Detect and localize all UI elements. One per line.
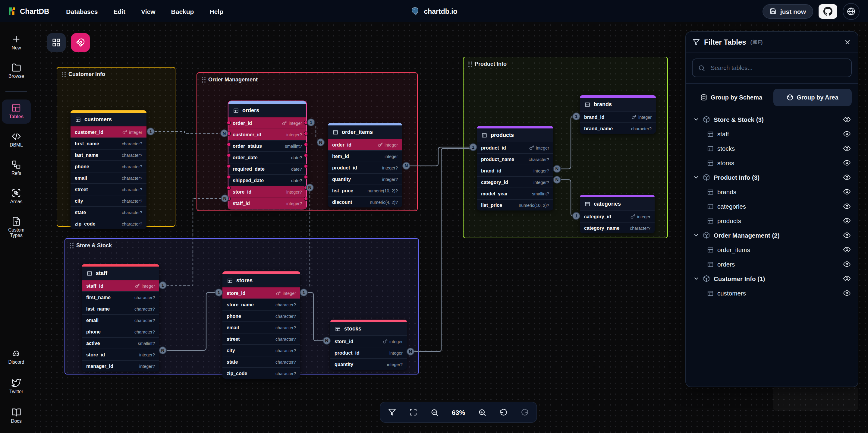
connector-dot[interactable] <box>304 164 308 168</box>
connector-dot[interactable] <box>304 131 308 135</box>
table-node-order_items[interactable]: order_items order_id integer item_id int… <box>328 123 402 207</box>
tree-table-customers[interactable]: customers <box>686 286 858 300</box>
field-row-orders-order_status[interactable]: order_status smallint? <box>228 140 306 151</box>
field-row-products-product_name[interactable]: product_name character? <box>477 153 553 165</box>
connector-dot[interactable] <box>227 185 231 190</box>
field-row-stores-email[interactable]: email character? <box>222 321 300 333</box>
sidebar-item-tables[interactable]: Tables <box>2 99 31 124</box>
connector-dot[interactable] <box>227 175 231 179</box>
field-row-staff-email[interactable]: email character? <box>82 314 159 326</box>
tree-table-products[interactable]: products <box>686 213 858 228</box>
table-node-orders[interactable]: orders order_id integer customer_id inte… <box>228 101 306 209</box>
field-row-staff-store_id[interactable]: store_id integer? <box>82 349 159 360</box>
tree-table-order_items[interactable]: order_items <box>686 242 858 257</box>
close-panel-button[interactable] <box>844 38 851 46</box>
eye-icon[interactable] <box>843 217 850 224</box>
chevron-down-icon[interactable] <box>693 116 699 122</box>
undo-button[interactable] <box>500 408 507 416</box>
table-header[interactable]: order_items <box>328 125 402 139</box>
field-row-orders-customer_id[interactable]: customer_id integer? <box>228 128 306 140</box>
eye-icon[interactable] <box>843 232 850 239</box>
menu-edit[interactable]: Edit <box>113 7 125 15</box>
connector-dot[interactable] <box>304 196 308 201</box>
field-row-customers-last_name[interactable]: last_name character? <box>70 149 147 161</box>
tree-table-staff[interactable]: staff <box>686 127 858 141</box>
connector-dot[interactable] <box>227 142 231 146</box>
zoom-out-button[interactable] <box>430 408 438 416</box>
field-row-stores-store_name[interactable]: store_name character? <box>222 298 300 310</box>
sidebar-item-browse[interactable]: Browse <box>2 59 31 83</box>
eye-icon[interactable] <box>843 159 850 167</box>
eye-icon[interactable] <box>843 130 850 138</box>
redo-button[interactable] <box>521 408 529 416</box>
group-by-area-button[interactable]: Group by Area <box>773 89 852 106</box>
eye-icon[interactable] <box>843 145 850 152</box>
area-label[interactable]: Store & Stock <box>70 242 112 249</box>
table-header[interactable]: products <box>477 128 553 142</box>
field-row-stocks-quantity[interactable]: quantity integer? <box>330 358 407 370</box>
chevron-down-icon[interactable] <box>693 174 699 180</box>
field-row-stores-zip_code[interactable]: zip_code character? <box>222 367 300 379</box>
last-saved-button[interactable]: just now <box>763 4 813 19</box>
field-row-brands-brand_name[interactable]: brand_name character? <box>580 122 656 134</box>
sidebar-item-refs[interactable]: Refs <box>2 156 31 180</box>
github-button[interactable] <box>818 4 837 19</box>
field-row-customers-phone[interactable]: phone character? <box>70 161 147 172</box>
field-row-customers-first_name[interactable]: first_name character? <box>70 138 147 149</box>
connector-dot[interactable] <box>304 175 308 179</box>
sidebar-item-docs[interactable]: Docs <box>2 404 31 428</box>
connector-dot[interactable] <box>227 120 231 124</box>
language-button[interactable] <box>843 3 860 20</box>
field-row-orders-staff_id[interactable]: staff_id integer? <box>228 197 306 209</box>
field-row-orders-required_date[interactable]: required_date date? <box>228 163 306 174</box>
sidebar-item-dbml[interactable]: DBML <box>2 128 31 152</box>
table-node-brands[interactable]: brands brand_id integer brand_name chara… <box>580 95 656 134</box>
table-node-products[interactable]: products product_id integer product_name… <box>477 126 553 210</box>
menu-backup[interactable]: Backup <box>171 7 194 15</box>
connector-dot[interactable] <box>227 131 231 135</box>
tree-table-orders[interactable]: orders <box>686 257 858 271</box>
chevron-down-icon[interactable] <box>693 232 699 238</box>
connector-dot[interactable] <box>304 153 308 157</box>
field-row-orders-order_id[interactable]: order_id integer <box>228 117 306 128</box>
connector-dot[interactable] <box>227 164 231 168</box>
eye-icon[interactable] <box>843 203 850 210</box>
group-by-schema-button[interactable]: Group by Schema <box>692 89 771 106</box>
field-row-staff-staff_id[interactable]: staff_id integer <box>82 280 159 291</box>
sidebar-item-custom-types[interactable]: Custom Types <box>2 212 31 242</box>
sidebar-item-areas[interactable]: Areas <box>2 184 31 209</box>
connector-dot[interactable] <box>304 185 308 190</box>
field-row-stores-city[interactable]: city character? <box>222 344 300 356</box>
eye-icon[interactable] <box>843 174 850 181</box>
menu-help[interactable]: Help <box>210 7 223 15</box>
field-row-staff-phone[interactable]: phone character? <box>82 326 159 337</box>
table-node-staff[interactable]: staff staff_id integer first_name charac… <box>82 264 159 372</box>
table-node-stores[interactable]: stores store_id integer store_name chara… <box>222 271 300 379</box>
table-node-stocks[interactable]: stocks store_id integer product_id integ… <box>330 320 407 370</box>
connector-dot[interactable] <box>304 120 308 124</box>
fit-view-button[interactable] <box>409 408 417 416</box>
field-row-categories-category_id[interactable]: category_id integer <box>580 210 655 222</box>
table-header[interactable]: staff <box>82 266 159 280</box>
zoom-in-button[interactable] <box>478 408 487 416</box>
tree-table-stores[interactable]: stores <box>686 155 858 170</box>
field-row-orders-shipped_date[interactable]: shipped_date date? <box>228 174 306 186</box>
field-row-stores-store_id[interactable]: store_id integer <box>222 287 300 298</box>
field-row-customers-customer_id[interactable]: customer_id integer <box>70 126 147 138</box>
field-row-order_items-list_price[interactable]: list_price numeric(10, 2)? <box>328 184 402 196</box>
field-row-order_items-item_id[interactable]: item_id integer <box>328 150 402 162</box>
tree-group-2[interactable]: Order Management (2) <box>686 228 858 242</box>
snap-magnet-button[interactable] <box>71 33 90 52</box>
field-row-orders-order_date[interactable]: order_date date? <box>228 151 306 163</box>
field-row-order_items-order_id[interactable]: order_id integer <box>328 139 402 150</box>
sidebar-item-twitter[interactable]: Twitter <box>2 375 31 399</box>
eye-icon[interactable] <box>843 261 850 268</box>
field-row-customers-city[interactable]: city character? <box>70 195 147 206</box>
table-header[interactable]: orders <box>228 104 306 117</box>
field-row-products-brand_id[interactable]: brand_id integer? <box>477 165 553 176</box>
field-row-categories-category_name[interactable]: category_name character? <box>580 222 655 233</box>
area-label[interactable]: Order Management <box>202 77 258 83</box>
field-row-order_items-discount[interactable]: discount numeric(4, 2)? <box>328 196 402 207</box>
table-node-categories[interactable]: categories category_id integer category_… <box>580 195 655 233</box>
zoom-level[interactable]: 63% <box>452 409 465 416</box>
